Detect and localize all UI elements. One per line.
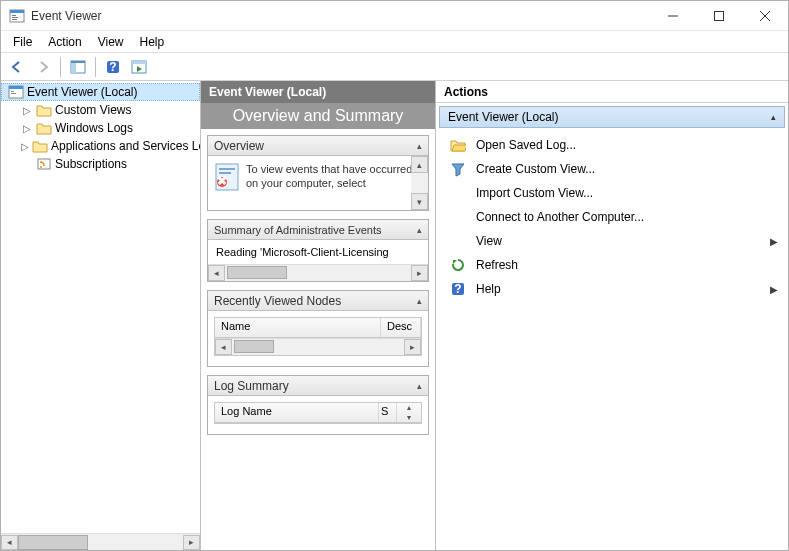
action-import-custom-view[interactable]: Import Custom View... <box>436 181 788 205</box>
tree-item-app-services-logs[interactable]: ▷ Applications and Services Logs <box>17 137 200 155</box>
tree-item-custom-views[interactable]: ▷ Custom Views <box>17 101 200 119</box>
folder-icon <box>32 138 48 154</box>
action-open-saved-log[interactable]: Open Saved Log... <box>436 133 788 157</box>
folder-open-icon <box>450 137 466 153</box>
actions-pane: Actions Event Viewer (Local) ▴ Open Save… <box>436 81 788 550</box>
actions-group-header[interactable]: Event Viewer (Local) ▴ <box>439 106 785 128</box>
scroll-thumb[interactable] <box>227 266 287 279</box>
overview-section: Overview ▴ ✖ To view events that have oc… <box>207 135 429 211</box>
maximize-button[interactable] <box>696 1 742 31</box>
collapse-caret-icon: ▴ <box>417 225 422 235</box>
window-controls <box>650 1 788 31</box>
menu-action[interactable]: Action <box>40 33 89 51</box>
tree-item-label: Applications and Services Logs <box>51 139 200 153</box>
scroll-left-arrow[interactable]: ◂ <box>208 265 225 281</box>
action-connect-computer[interactable]: Connect to Another Computer... <box>436 205 788 229</box>
action-label: Connect to Another Computer... <box>476 210 778 224</box>
svg-rect-3 <box>12 17 18 18</box>
toolbar-separator <box>60 57 61 77</box>
action-label: Import Custom View... <box>476 186 778 200</box>
scroll-left-arrow[interactable]: ◂ <box>1 535 18 550</box>
blank-icon <box>450 233 466 249</box>
svg-rect-4 <box>12 19 17 20</box>
svg-rect-18 <box>9 86 23 89</box>
overview-vertical-scrollbar[interactable]: ▴ ▾ <box>411 156 428 210</box>
submenu-arrow-icon: ▶ <box>770 284 778 295</box>
scroll-down-arrow[interactable]: ▾ <box>397 413 421 423</box>
show-hide-tree-button[interactable] <box>66 55 90 79</box>
scroll-right-arrow[interactable]: ▸ <box>411 265 428 281</box>
folder-icon <box>36 120 52 136</box>
scroll-thumb[interactable] <box>234 340 274 353</box>
events-icon: ✖ <box>214 162 240 192</box>
expander-icon[interactable]: ▷ <box>21 105 33 116</box>
help-toolbar-button[interactable]: ? <box>101 55 125 79</box>
tree-pane: Event Viewer (Local) ▷ Custom Views ▷ Wi… <box>1 81 201 550</box>
svg-marker-28 <box>453 260 457 264</box>
toolbar: ? <box>1 53 788 81</box>
scroll-left-arrow[interactable]: ◂ <box>215 339 232 355</box>
tree-item-label: Subscriptions <box>55 157 127 171</box>
svg-rect-1 <box>10 10 24 13</box>
overview-summary-title: Overview and Summary <box>201 103 435 129</box>
scroll-track[interactable] <box>18 535 183 550</box>
action-label: View <box>476 234 760 248</box>
svg-rect-11 <box>71 61 85 63</box>
action-create-custom-view[interactable]: Create Custom View... <box>436 157 788 181</box>
scroll-track[interactable] <box>411 173 428 193</box>
center-header: Event Viewer (Local) <box>201 81 435 103</box>
back-button[interactable] <box>5 55 29 79</box>
recently-viewed-section: Recently Viewed Nodes ▴ Name Desc ◂ <box>207 290 429 367</box>
expander-icon[interactable]: ▷ <box>21 141 29 152</box>
titlebar: Event Viewer <box>1 1 788 31</box>
list-vertical-scrollbar[interactable]: ▴ ▾ <box>397 403 421 422</box>
log-summary-section: Log Summary ▴ Log Name S ▴ ▾ <box>207 375 429 435</box>
summary-horizontal-scrollbar[interactable]: ◂ ▸ <box>208 264 428 281</box>
log-summary-header[interactable]: Log Summary ▴ <box>208 376 428 396</box>
menu-help[interactable]: Help <box>132 33 173 51</box>
tree-root-node[interactable]: Event Viewer (Local) <box>1 83 200 101</box>
tree-horizontal-scrollbar[interactable]: ◂ ▸ <box>1 533 200 550</box>
column-log-name[interactable]: Log Name <box>215 403 379 422</box>
summary-admin-header[interactable]: Summary of Administrative Events ▴ <box>208 220 428 240</box>
scroll-track[interactable] <box>232 339 404 355</box>
menu-view[interactable]: View <box>90 33 132 51</box>
forward-button[interactable] <box>31 55 55 79</box>
list-horizontal-scrollbar[interactable]: ◂ ▸ <box>215 338 421 355</box>
overview-section-header[interactable]: Overview ▴ <box>208 136 428 156</box>
scroll-down-arrow[interactable]: ▾ <box>411 193 428 210</box>
scroll-track[interactable] <box>225 265 411 281</box>
column-size[interactable]: S <box>379 403 397 422</box>
action-view[interactable]: View ▶ <box>436 229 788 253</box>
blank-icon <box>450 209 466 225</box>
tree-scroll[interactable]: Event Viewer (Local) ▷ Custom Views ▷ Wi… <box>1 81 200 533</box>
svg-rect-20 <box>11 93 16 94</box>
svg-rect-15 <box>132 61 146 64</box>
actions-list: Open Saved Log... Create Custom View... … <box>436 131 788 303</box>
expander-icon[interactable]: ▷ <box>21 123 33 134</box>
event-viewer-window: Event Viewer File Action View Help ? Eve… <box>0 0 789 551</box>
scroll-right-arrow[interactable]: ▸ <box>404 339 421 355</box>
column-description[interactable]: Desc <box>381 318 421 337</box>
filter-icon <box>450 161 466 177</box>
column-name[interactable]: Name <box>215 318 381 337</box>
tree-item-windows-logs[interactable]: ▷ Windows Logs <box>17 119 200 137</box>
menu-file[interactable]: File <box>5 33 40 51</box>
help-icon: ? <box>450 281 466 297</box>
recently-viewed-header[interactable]: Recently Viewed Nodes ▴ <box>208 291 428 311</box>
action-refresh[interactable]: Refresh <box>436 253 788 277</box>
scroll-up-arrow[interactable]: ▴ <box>397 403 421 413</box>
minimize-button[interactable] <box>650 1 696 31</box>
collapse-caret-icon: ▴ <box>417 141 422 151</box>
properties-toolbar-button[interactable] <box>127 55 151 79</box>
scroll-thumb[interactable] <box>18 535 88 550</box>
svg-rect-19 <box>11 91 14 92</box>
scroll-right-arrow[interactable]: ▸ <box>183 535 200 550</box>
close-button[interactable] <box>742 1 788 31</box>
submenu-arrow-icon: ▶ <box>770 236 778 247</box>
log-summary-list: Log Name S ▴ ▾ <box>214 402 422 424</box>
scroll-up-arrow[interactable]: ▴ <box>411 156 428 173</box>
tree-root-label: Event Viewer (Local) <box>27 85 138 99</box>
action-help[interactable]: ? Help ▶ <box>436 277 788 301</box>
tree-item-subscriptions[interactable]: Subscriptions <box>17 155 200 173</box>
